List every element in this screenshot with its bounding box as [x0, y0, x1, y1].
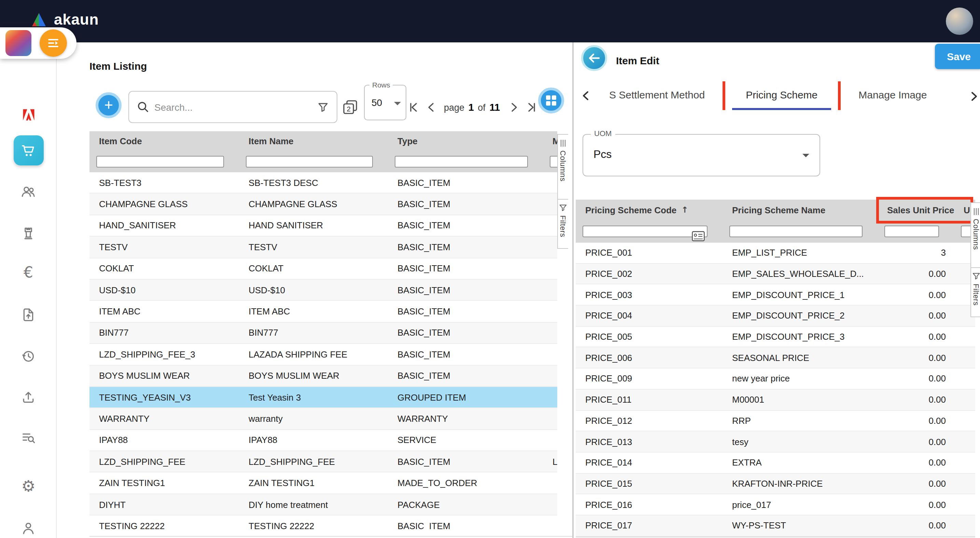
- table-cell[interactable]: BASIC_ITEM: [388, 279, 543, 300]
- table-cell[interactable]: 0.00: [878, 327, 954, 347]
- akaun-logo[interactable]: akaun: [30, 11, 99, 29]
- table-cell[interactable]: BASIC_ITEM: [388, 216, 543, 236]
- table-cell[interactable]: 0.00: [878, 410, 954, 431]
- table-cell[interactable]: PRICE_012: [576, 410, 722, 431]
- table-cell[interactable]: USD-$10: [89, 279, 239, 300]
- table-cell[interactable]: BOYS MUSLIM WEAR: [239, 366, 388, 386]
- table-cell[interactable]: PRICE_011: [576, 390, 722, 410]
- table-cell[interactable]: PRICE_006: [576, 348, 722, 368]
- table-cell[interactable]: MADE_TO_ORDER: [388, 473, 543, 493]
- filters-panel-tab[interactable]: Filters: [971, 268, 980, 317]
- table-cell[interactable]: tesy: [722, 431, 878, 452]
- table-row[interactable]: PRICE_001EMP_LIST_PRICE3: [576, 243, 975, 263]
- table-cell[interactable]: TESTING_YEASIN_V3: [89, 387, 239, 408]
- table-cell[interactable]: BIN777: [89, 322, 239, 343]
- next-page-button[interactable]: [506, 100, 521, 115]
- table-cell[interactable]: LZD_SHIPPING_FEE: [89, 451, 239, 472]
- tab-pricing-scheme[interactable]: Pricing Scheme: [732, 81, 831, 110]
- table-cell[interactable]: [543, 366, 557, 386]
- table-row[interactable]: PRICE_016price_0170.00: [576, 495, 975, 516]
- table-cell[interactable]: [543, 279, 557, 300]
- table-cell[interactable]: DIY home treatment: [239, 494, 388, 515]
- table-cell[interactable]: PRICE_016: [576, 495, 722, 515]
- table-cell[interactable]: TESTING 22222: [89, 516, 239, 530]
- table-cell[interactable]: BASIC_ITEM: [388, 322, 543, 343]
- table-cell[interactable]: [543, 216, 557, 236]
- grid-view-button[interactable]: [538, 88, 564, 113]
- contact-card-icon[interactable]: [692, 231, 705, 241]
- table-cell[interactable]: PRICE_013: [576, 431, 722, 452]
- sidebar-item-organization[interactable]: [0, 225, 57, 241]
- table-cell[interactable]: PRICE_002: [576, 263, 722, 284]
- table-cell[interactable]: [543, 516, 557, 530]
- sidebar-item-finance[interactable]: €: [0, 265, 57, 281]
- cart-active-button[interactable]: [13, 135, 43, 165]
- table-cell[interactable]: 0.00: [878, 516, 954, 536]
- table-cell[interactable]: ZAIN TESTING1: [89, 473, 239, 493]
- table-cell[interactable]: 0.00: [878, 369, 954, 389]
- table-cell[interactable]: M00001: [722, 390, 878, 410]
- table-cell[interactable]: PRICE_009: [576, 369, 722, 389]
- tabs-scroll-right-button[interactable]: [968, 85, 980, 108]
- table-cell[interactable]: PACKAGE: [388, 494, 543, 515]
- table-cell[interactable]: [543, 494, 557, 515]
- table-row[interactable]: PRICE_006SEASONAL PRICE0.00: [576, 348, 975, 369]
- table-cell[interactable]: CHAMPAGNE GLASS: [89, 194, 239, 215]
- table-cell[interactable]: WARRANTY: [89, 409, 239, 429]
- table-cell[interactable]: 0.00: [878, 390, 954, 410]
- table-cell[interactable]: PRICE_003: [576, 285, 722, 305]
- table-cell[interactable]: PRICE_004: [576, 306, 722, 326]
- table-cell[interactable]: ITEM ABC: [239, 301, 388, 322]
- table-cell[interactable]: [543, 387, 557, 408]
- table-cell[interactable]: [543, 172, 557, 193]
- table-cell[interactable]: SEASONAL PRICE: [722, 348, 878, 368]
- filter-input-m[interactable]: [550, 156, 557, 168]
- filter-input-pricing-scheme-code[interactable]: [582, 225, 708, 237]
- table-row[interactable]: COKLATCOKLATBASIC_ITEM: [89, 258, 557, 279]
- table-cell[interactable]: 0.00: [878, 348, 954, 368]
- table-cell[interactable]: [543, 429, 557, 450]
- table-row[interactable]: HAND_SANITISERHAND SANITISERBASIC_ITEM: [89, 216, 557, 237]
- table-cell[interactable]: PRICE_005: [576, 327, 722, 347]
- table-cell[interactable]: [543, 344, 557, 365]
- table-cell[interactable]: BASIC_ITEM: [388, 516, 543, 530]
- table-cell[interactable]: new year price: [722, 369, 878, 389]
- filter-input-item-name[interactable]: [246, 156, 373, 168]
- table-cell[interactable]: WY-PS-TEST: [722, 516, 878, 536]
- sidebar-item-audit[interactable]: [0, 430, 57, 446]
- table-cell[interactable]: [543, 258, 557, 279]
- table-cell[interactable]: RRP: [722, 410, 878, 431]
- table-row[interactable]: ZAIN TESTING1ZAIN TESTING1MADE_TO_ORDER: [89, 473, 557, 494]
- filter-input-type[interactable]: [395, 156, 528, 168]
- table-cell[interactable]: [543, 473, 557, 493]
- table-cell[interactable]: 3: [878, 243, 954, 263]
- save-button[interactable]: Save: [935, 44, 980, 69]
- table-cell[interactable]: IPAY88: [89, 429, 239, 450]
- table-row[interactable]: PRICE_017WY-PS-TEST0.00: [576, 516, 975, 536]
- table-row[interactable]: PRICE_004EMP_DISCOUNT_PRICE_20.00: [576, 306, 975, 326]
- table-cell[interactable]: BOYS MUSLIM WEAR: [89, 366, 239, 386]
- table-row[interactable]: PRICE_003EMP_DISCOUNT_PRICE_10.00: [576, 285, 975, 306]
- columns-panel-tab[interactable]: Columns: [971, 202, 980, 268]
- sidebar-item-profile[interactable]: [0, 520, 57, 536]
- table-cell[interactable]: BASIC_ITEM: [388, 344, 543, 365]
- search-input[interactable]: [154, 102, 312, 112]
- uom-select[interactable]: UOM Pcs: [582, 134, 820, 176]
- table-row[interactable]: PRICE_011M000010.00: [576, 390, 975, 410]
- table-cell[interactable]: 0.00: [878, 285, 954, 305]
- table-row[interactable]: PRICE_015KRAFTON-INR-PRICE0.00: [576, 473, 975, 494]
- table-cell[interactable]: BASIC_ITEM: [388, 451, 543, 472]
- table-cell[interactable]: SB-TEST3 DESC: [239, 172, 388, 193]
- last-page-button[interactable]: [523, 100, 538, 115]
- table-cell[interactable]: PRICE_015: [576, 473, 722, 493]
- table-cell[interactable]: DIYHT: [89, 494, 239, 515]
- columns-panel-tab[interactable]: Columns: [558, 134, 568, 200]
- rows-per-page-select[interactable]: Rows 50: [364, 85, 406, 120]
- table-cell[interactable]: BASIC_ITEM: [388, 301, 543, 322]
- table-row[interactable]: BIN777BIN777BASIC_ITEM: [89, 322, 557, 344]
- sidebar-item-settings[interactable]: ⚙: [0, 478, 57, 495]
- column-header-item-name[interactable]: Item Name: [239, 131, 388, 151]
- table-cell[interactable]: LAZADA SHIPPING FEE: [239, 344, 388, 365]
- table-row[interactable]: IPAY88IPAY88SERVICE: [89, 429, 557, 451]
- filter-input-item-code[interactable]: [96, 156, 224, 168]
